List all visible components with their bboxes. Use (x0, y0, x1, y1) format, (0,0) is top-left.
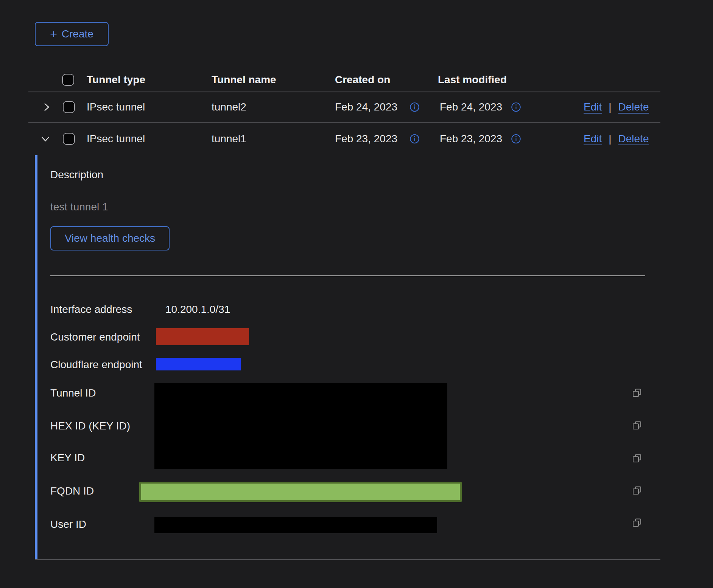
key-id-label: KEY ID (50, 452, 85, 464)
description-label: Description (50, 169, 103, 181)
delete-link[interactable]: Delete (618, 101, 649, 113)
table-bottom-divider (35, 559, 660, 560)
fqdn-id-label: FQDN ID (50, 485, 94, 497)
tunnel-name-cell: tunnel1 (212, 133, 246, 145)
cloudflare-endpoint-label: Cloudflare endpoint (50, 359, 142, 371)
section-divider (50, 275, 645, 276)
row-actions: Edit | Delete (584, 133, 649, 145)
info-icon[interactable] (409, 134, 420, 144)
create-button[interactable]: + Create (35, 22, 109, 46)
action-separator: | (609, 101, 611, 113)
tunnel-detail-panel: Description test tunnel 1 View health ch… (0, 155, 713, 560)
header-created-on: Created on (335, 74, 390, 86)
chevron-right-icon[interactable] (42, 102, 51, 112)
tunnel-id-label: Tunnel ID (50, 387, 96, 399)
chevron-down-icon[interactable] (40, 134, 50, 144)
cloudflare-endpoint-redaction (156, 358, 241, 370)
header-tunnel-type: Tunnel type (87, 74, 145, 86)
delete-link[interactable]: Delete (618, 133, 649, 145)
row-checkbox[interactable] (63, 101, 75, 113)
copy-icon[interactable] (631, 420, 643, 432)
expanded-row-accent-bar (35, 155, 37, 559)
table-header-row: Tunnel type Tunnel name Created on Last … (0, 68, 713, 92)
view-health-checks-button[interactable]: View health checks (50, 226, 170, 250)
customer-endpoint-label: Customer endpoint (50, 331, 140, 343)
created-on-cell: Feb 23, 2023 (335, 133, 397, 145)
last-modified-cell: Feb 24, 2023 (440, 101, 502, 113)
description-value: test tunnel 1 (50, 201, 108, 213)
select-all-checkbox[interactable] (62, 74, 74, 86)
user-id-redaction (154, 517, 437, 533)
info-icon[interactable] (511, 102, 521, 112)
header-last-modified: Last modified (438, 74, 507, 86)
row-checkbox[interactable] (63, 133, 75, 145)
edit-link[interactable]: Edit (584, 101, 602, 113)
tunnel-type-cell: IPsec tunnel (87, 101, 145, 113)
table-row-tunnel1: IPsec tunnel tunnel1 Feb 23, 2023 Feb 23… (0, 122, 713, 155)
copy-icon[interactable] (631, 518, 643, 529)
create-button-label: Create (62, 28, 93, 40)
copy-icon[interactable] (631, 453, 643, 465)
edit-link[interactable]: Edit (584, 133, 602, 145)
created-on-cell: Feb 24, 2023 (335, 101, 397, 113)
user-id-label: User ID (50, 518, 86, 530)
tunnel-type-cell: IPsec tunnel (87, 133, 145, 145)
interface-address-value: 10.200.1.0/31 (165, 303, 230, 316)
hex-id-label: HEX ID (KEY ID) (50, 420, 130, 432)
fqdn-id-redaction (139, 482, 462, 502)
table-row-tunnel2: IPsec tunnel tunnel2 Feb 24, 2023 Feb 24… (0, 92, 713, 122)
plus-icon: + (50, 28, 57, 40)
copy-icon[interactable] (631, 485, 643, 497)
view-health-checks-label: View health checks (65, 232, 155, 244)
info-icon[interactable] (511, 134, 521, 144)
action-separator: | (609, 133, 611, 145)
header-tunnel-name: Tunnel name (212, 74, 276, 86)
tunnel-name-cell: tunnel2 (212, 101, 246, 113)
ids-redaction (154, 383, 447, 469)
last-modified-cell: Feb 23, 2023 (440, 133, 502, 145)
copy-icon[interactable] (631, 388, 643, 399)
row-actions: Edit | Delete (584, 101, 649, 113)
tunnels-page: + Create Tunnel type Tunnel name Created… (0, 0, 713, 588)
info-icon[interactable] (409, 102, 420, 112)
customer-endpoint-redaction (156, 328, 249, 345)
interface-address-label: Interface address (50, 303, 132, 316)
